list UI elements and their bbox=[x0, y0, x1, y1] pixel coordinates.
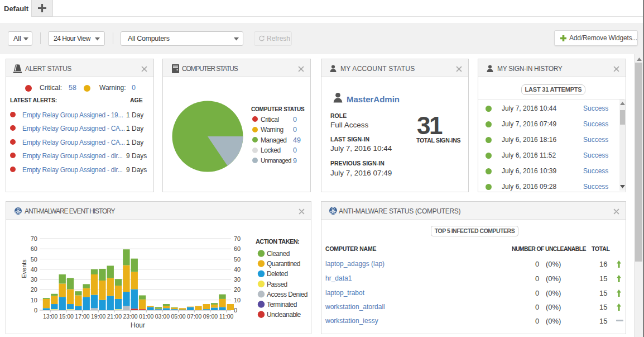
svg-text:17:00: 17:00 bbox=[75, 313, 89, 320]
svg-text:Events: Events bbox=[21, 259, 27, 278]
svg-text:20: 20 bbox=[31, 286, 37, 293]
svg-text:0: 0 bbox=[34, 307, 37, 314]
svg-text:40: 40 bbox=[31, 266, 37, 273]
svg-text:11:00: 11:00 bbox=[219, 313, 234, 320]
svg-text:70: 70 bbox=[234, 235, 241, 242]
svg-text:50: 50 bbox=[31, 256, 37, 263]
svg-text:Hour: Hour bbox=[131, 321, 145, 329]
svg-text:21:00: 21:00 bbox=[107, 313, 122, 320]
svg-text:10: 10 bbox=[31, 297, 37, 303]
svg-text:Uncleanable: Uncleanable bbox=[267, 311, 301, 319]
svg-text:10: 10 bbox=[234, 297, 241, 303]
svg-text:40: 40 bbox=[234, 266, 241, 273]
svg-text:60: 60 bbox=[234, 245, 241, 252]
svg-text:20: 20 bbox=[234, 286, 241, 293]
svg-text:13:00: 13:00 bbox=[43, 313, 57, 320]
svg-text:Deleted: Deleted bbox=[267, 270, 288, 278]
svg-text:01:00: 01:00 bbox=[139, 313, 153, 320]
svg-text:30: 30 bbox=[234, 276, 241, 283]
svg-text:03:00: 03:00 bbox=[155, 313, 170, 320]
svg-text:Terminated: Terminated bbox=[267, 301, 297, 308]
svg-text:Quarantined: Quarantined bbox=[267, 260, 300, 268]
svg-text:50: 50 bbox=[234, 256, 241, 263]
svg-text:15:00: 15:00 bbox=[59, 313, 74, 320]
svg-text:23:00: 23:00 bbox=[123, 313, 137, 320]
svg-text:Access Denied: Access Denied bbox=[267, 291, 307, 298]
svg-text:09:00: 09:00 bbox=[203, 313, 218, 320]
svg-text:ACTION TAKEN:: ACTION TAKEN: bbox=[256, 238, 299, 245]
svg-text:30: 30 bbox=[31, 276, 37, 283]
svg-text:70: 70 bbox=[31, 235, 37, 242]
svg-text:0: 0 bbox=[234, 307, 237, 314]
svg-text:07:00: 07:00 bbox=[187, 313, 201, 320]
svg-text:Cleaned: Cleaned bbox=[267, 250, 290, 258]
svg-text:05:00: 05:00 bbox=[171, 313, 185, 320]
svg-text:60: 60 bbox=[31, 245, 37, 252]
svg-text:19:00: 19:00 bbox=[91, 313, 105, 320]
svg-text:Passed: Passed bbox=[267, 281, 287, 288]
